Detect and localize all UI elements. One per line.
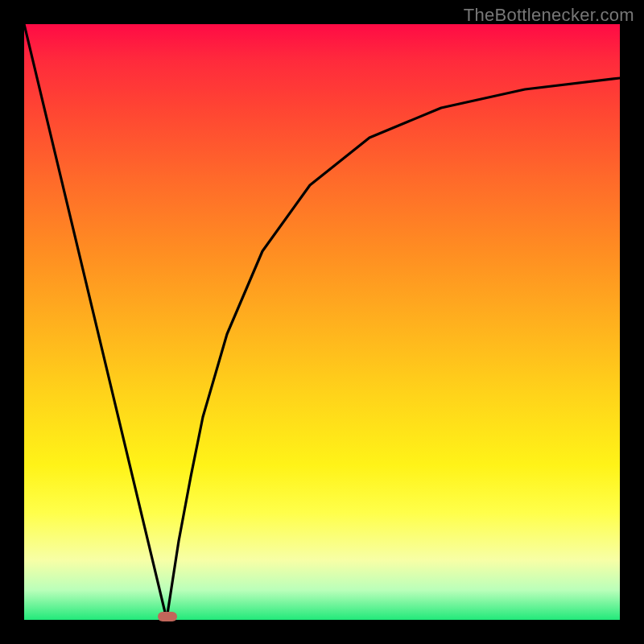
curve-layer: [24, 24, 620, 620]
curve-path: [24, 24, 620, 619]
minimum-marker: [158, 612, 177, 621]
chart-stage: TheBottlenecker.com: [0, 0, 644, 644]
watermark-text: TheBottlenecker.com: [464, 5, 634, 26]
plot-area: [24, 24, 620, 620]
